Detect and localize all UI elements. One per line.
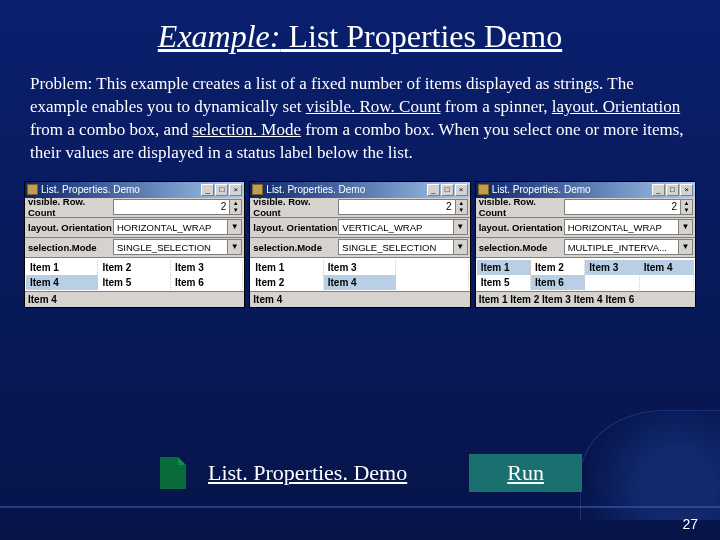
close-button[interactable]: × xyxy=(455,184,468,196)
chevron-down-icon[interactable]: ▼ xyxy=(227,240,241,254)
row-visible-row-count: visible. Row. Count2▲▼ xyxy=(250,198,469,218)
combo-value: HORIZONTAL_WRAP xyxy=(565,222,678,233)
window-title: List. Properties. Demo xyxy=(41,184,198,195)
row-label: layout. Orientation xyxy=(250,222,338,233)
demo-link[interactable]: List. Properties. Demo xyxy=(208,460,407,486)
minimize-button[interactable]: _ xyxy=(652,184,665,196)
list-item[interactable]: Item 3 xyxy=(324,260,396,275)
list-item[interactable]: Item 5 xyxy=(477,275,531,290)
chevron-down-icon[interactable]: ▼ xyxy=(678,240,692,254)
status-label: Item 4 xyxy=(25,291,244,307)
combo-value: HORIZONTAL_WRAP xyxy=(114,222,227,233)
row-selection-mode: selection.ModeSINGLE_SELECTION▼ xyxy=(250,238,469,258)
row-label: selection.Mode xyxy=(25,242,113,253)
slide-title: Example: List Properties Demo xyxy=(0,0,720,63)
row-label: selection.Mode xyxy=(476,242,564,253)
page-number: 27 xyxy=(682,516,698,532)
row-layout-orientation: layout. OrientationVERTICAL_WRAP▼ xyxy=(250,218,469,238)
list-area[interactable]: Item 1Item 2Item 3Item 4Item 5Item 6 xyxy=(25,258,244,291)
list-item[interactable]: Item 2 xyxy=(251,275,323,290)
problem-text: Problem: This example creates a list of … xyxy=(0,63,720,175)
row-visible-row-count: visible. Row. Count2▲▼ xyxy=(476,198,695,218)
app-window: List. Properties. Demo_□×visible. Row. C… xyxy=(24,181,245,308)
app-window: List. Properties. Demo_□×visible. Row. C… xyxy=(475,181,696,308)
chevron-down-icon[interactable]: ▼ xyxy=(227,220,241,234)
divider-line xyxy=(0,506,720,508)
row-label: layout. Orientation xyxy=(476,222,564,233)
spinner-down-icon[interactable]: ▼ xyxy=(455,207,467,214)
minimize-button[interactable]: _ xyxy=(201,184,214,196)
close-button[interactable]: × xyxy=(680,184,693,196)
list-item[interactable]: Item 4 xyxy=(640,260,694,275)
spinner-down-icon[interactable]: ▼ xyxy=(680,207,692,214)
list-item[interactable]: Item 3 xyxy=(171,260,243,275)
list-area[interactable]: Item 1Item 2Item 3Item 4Item 5Item 6 xyxy=(476,258,695,291)
list-item[interactable]: Item 5 xyxy=(98,275,170,290)
list-item[interactable]: Item 6 xyxy=(531,275,585,290)
row-visible-row-count: visible. Row. Count2▲▼ xyxy=(25,198,244,218)
app-window: List. Properties. Demo_□×visible. Row. C… xyxy=(249,181,470,308)
list-item[interactable]: Item 4 xyxy=(26,275,98,290)
list-item[interactable]: Item 2 xyxy=(531,260,585,275)
list-item[interactable]: Item 6 xyxy=(171,275,243,290)
maximize-button[interactable]: □ xyxy=(215,184,228,196)
chevron-down-icon[interactable]: ▼ xyxy=(678,220,692,234)
layout-orientation-combo[interactable]: HORIZONTAL_WRAP▼ xyxy=(564,219,693,235)
run-button[interactable]: Run xyxy=(469,454,582,492)
status-label: Item 1 Item 2 Item 3 Item 4 Item 6 xyxy=(476,291,695,307)
row-layout-orientation: layout. OrientationHORIZONTAL_WRAP▼ xyxy=(25,218,244,238)
list-item[interactable]: Item 3 xyxy=(585,260,639,275)
window-icon xyxy=(27,184,38,195)
file-icon[interactable] xyxy=(160,457,186,489)
spinner-down-icon[interactable]: ▼ xyxy=(229,207,241,214)
combo-value: VERTICAL_WRAP xyxy=(339,222,452,233)
row-label: visible. Row. Count xyxy=(25,196,113,218)
window-icon xyxy=(478,184,489,195)
panels-row: List. Properties. Demo_□×visible. Row. C… xyxy=(0,175,720,308)
list-item[interactable]: Item 2 xyxy=(98,260,170,275)
row-label: selection.Mode xyxy=(250,242,338,253)
row-label: layout. Orientation xyxy=(25,222,113,233)
spinner-up-icon[interactable]: ▲ xyxy=(680,200,692,207)
row-layout-orientation: layout. OrientationHORIZONTAL_WRAP▼ xyxy=(476,218,695,238)
bottom-row: List. Properties. Demo Run xyxy=(0,454,720,492)
maximize-button[interactable]: □ xyxy=(441,184,454,196)
minimize-button[interactable]: _ xyxy=(427,184,440,196)
spinner-up-icon[interactable]: ▲ xyxy=(455,200,467,207)
list-item[interactable] xyxy=(396,275,468,290)
status-label: Item 4 xyxy=(250,291,469,307)
list-item[interactable] xyxy=(640,275,694,290)
layout-orientation-combo[interactable]: VERTICAL_WRAP▼ xyxy=(338,219,467,235)
visible-row-count-spinner[interactable]: 2▲▼ xyxy=(338,199,467,215)
title-rest: List Properties Demo xyxy=(280,18,562,54)
visible-row-count-spinner[interactable]: 2▲▼ xyxy=(113,199,242,215)
window-title: List. Properties. Demo xyxy=(266,184,423,195)
combo-value: SINGLE_SELECTION xyxy=(339,242,452,253)
spinner-value: 2 xyxy=(114,200,229,214)
selection-mode-combo[interactable]: SINGLE_SELECTION▼ xyxy=(338,239,467,255)
list-item[interactable] xyxy=(585,275,639,290)
spinner-value: 2 xyxy=(565,200,680,214)
list-item[interactable]: Item 1 xyxy=(26,260,98,275)
list-item[interactable]: Item 1 xyxy=(477,260,531,275)
combo-value: MULTIPLE_INTERVA... xyxy=(565,242,678,253)
list-item[interactable]: Item 4 xyxy=(324,275,396,290)
selection-mode-combo[interactable]: SINGLE_SELECTION▼ xyxy=(113,239,242,255)
list-area[interactable]: Item 1Item 3Item 2Item 4 xyxy=(250,258,469,291)
chevron-down-icon[interactable]: ▼ xyxy=(453,240,467,254)
row-label: visible. Row. Count xyxy=(476,196,564,218)
close-button[interactable]: × xyxy=(229,184,242,196)
selection-mode-combo[interactable]: MULTIPLE_INTERVA...▼ xyxy=(564,239,693,255)
title-prefix: Example: xyxy=(158,18,281,54)
maximize-button[interactable]: □ xyxy=(666,184,679,196)
row-selection-mode: selection.ModeSINGLE_SELECTION▼ xyxy=(25,238,244,258)
visible-row-count-spinner[interactable]: 2▲▼ xyxy=(564,199,693,215)
row-label: visible. Row. Count xyxy=(250,196,338,218)
layout-orientation-combo[interactable]: HORIZONTAL_WRAP▼ xyxy=(113,219,242,235)
window-title: List. Properties. Demo xyxy=(492,184,649,195)
chevron-down-icon[interactable]: ▼ xyxy=(453,220,467,234)
list-item[interactable] xyxy=(396,260,468,275)
window-icon xyxy=(252,184,263,195)
spinner-up-icon[interactable]: ▲ xyxy=(229,200,241,207)
list-item[interactable]: Item 1 xyxy=(251,260,323,275)
